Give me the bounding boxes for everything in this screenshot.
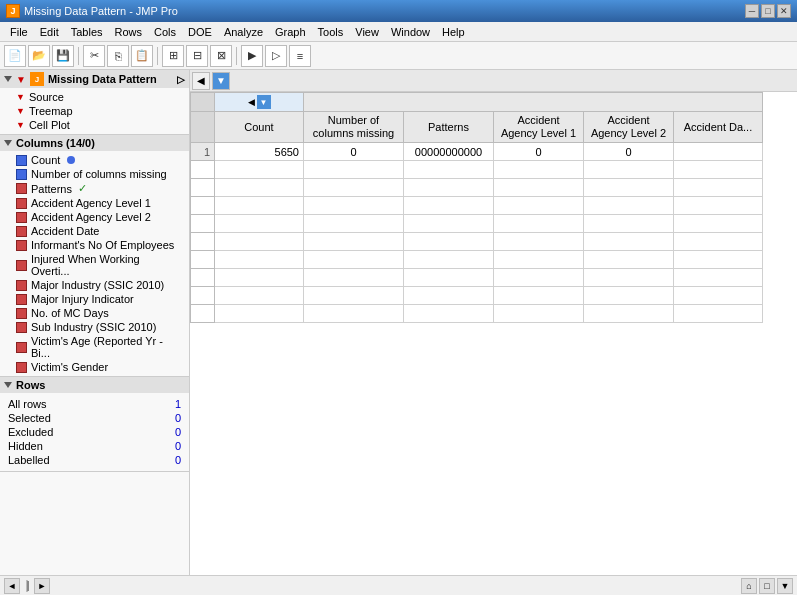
th-accident-date-label: Accident Da... xyxy=(678,121,758,134)
empty-cell xyxy=(304,287,404,305)
rows-header[interactable]: Rows xyxy=(0,377,189,393)
empty-cell xyxy=(584,197,674,215)
home-button[interactable]: ⌂ xyxy=(741,578,757,594)
cell-agency1-1[interactable]: 0 xyxy=(494,143,584,161)
columns-header[interactable]: Columns (14/0) xyxy=(0,135,189,151)
new-button[interactable]: 📄 xyxy=(4,45,26,67)
menu-doe[interactable]: DOE xyxy=(182,22,218,41)
run2-button[interactable]: ▷ xyxy=(265,45,287,67)
col-major-injury[interactable]: Major Injury Indicator xyxy=(0,292,189,306)
col-victim-age[interactable]: Victim's Age (Reported Yr - Bi... xyxy=(0,334,189,360)
col-header-filter-indicator[interactable]: ◀ ▼ xyxy=(215,93,304,112)
expand-icon[interactable]: ▷ xyxy=(177,74,185,85)
empty-cell xyxy=(494,251,584,269)
menu-graph[interactable]: Graph xyxy=(269,22,312,41)
th-num-missing-label: Number ofcolumns missing xyxy=(308,114,399,140)
separator-3 xyxy=(236,47,237,65)
grid3-button[interactable]: ⊠ xyxy=(210,45,232,67)
grid2-button[interactable]: ⊟ xyxy=(186,45,208,67)
empty-row-9 xyxy=(191,287,763,305)
close-button[interactable]: ✕ xyxy=(777,4,791,18)
th-agency2[interactable]: Accident Agency Level 2 xyxy=(584,112,674,143)
rows-labelled: Labelled 0 xyxy=(0,453,189,467)
menu-view[interactable]: View xyxy=(349,22,385,41)
col-sub-industry[interactable]: Sub Industry (SSIC 2010) xyxy=(0,320,189,334)
empty-cell xyxy=(584,233,674,251)
col-agency1[interactable]: Accident Agency Level 1 xyxy=(0,196,189,210)
prev-row-button[interactable]: ◀ xyxy=(192,72,210,90)
missing-data-header[interactable]: ▼ J Missing Data Pattern ▷ xyxy=(0,70,189,88)
th-count[interactable]: Count xyxy=(215,112,304,143)
red-bar-icon-6 xyxy=(16,260,27,271)
save-button[interactable]: 💾 xyxy=(52,45,74,67)
menu-file[interactable]: File xyxy=(4,22,34,41)
red-bar-icon-5 xyxy=(16,240,27,251)
missing-data-section: ▼ J Missing Data Pattern ▷ ▼ Source ▼ Tr… xyxy=(0,70,189,135)
menu-window[interactable]: Window xyxy=(385,22,436,41)
empty-cell xyxy=(494,179,584,197)
red-bar-icon-10 xyxy=(16,322,27,333)
copy-button[interactable]: ⎘ xyxy=(107,45,129,67)
open-button[interactable]: 📂 xyxy=(28,45,50,67)
rows-section: Rows All rows 1 Selected 0 Excluded 0 Hi… xyxy=(0,377,189,472)
columns-triangle-icon xyxy=(4,140,12,146)
col-informant[interactable]: Informant's No Of Employees xyxy=(0,238,189,252)
run-button[interactable]: ▶ xyxy=(241,45,263,67)
col-major-industry[interactable]: Major Industry (SSIC 2010) xyxy=(0,278,189,292)
menu-rows[interactable]: Rows xyxy=(109,22,149,41)
col-mc-days[interactable]: No. of MC Days xyxy=(0,306,189,320)
col-count[interactable]: Count xyxy=(0,153,189,167)
empty-cell xyxy=(494,197,584,215)
maximize-button[interactable]: □ xyxy=(761,4,775,18)
cell-plot-item[interactable]: ▼ Cell Plot xyxy=(0,118,189,132)
scroll-left-button[interactable]: ◄ xyxy=(4,578,20,594)
menu-analyze[interactable]: Analyze xyxy=(218,22,269,41)
col-injured-overtime[interactable]: Injured When Working Overti... xyxy=(0,252,189,278)
source-item[interactable]: ▼ Source xyxy=(0,90,189,104)
next-col-button[interactable]: ▼ xyxy=(212,72,230,90)
th-row-num xyxy=(191,112,215,143)
menu-edit[interactable]: Edit xyxy=(34,22,65,41)
empty-cell xyxy=(304,269,404,287)
horizontal-scrollbar[interactable] xyxy=(26,580,28,592)
window-controls[interactable]: ─ □ ✕ xyxy=(745,4,791,18)
scroll-nav: ◄ ► xyxy=(4,578,50,594)
th-accident-date[interactable]: Accident Da... xyxy=(674,112,763,143)
col-agency2[interactable]: Accident Agency Level 2 xyxy=(0,210,189,224)
th-agency1[interactable]: Accident Agency Level 1 xyxy=(494,112,584,143)
red-triangle-source: ▼ xyxy=(16,92,25,102)
th-num-missing[interactable]: Number ofcolumns missing xyxy=(304,112,404,143)
col-num-missing[interactable]: Number of columns missing xyxy=(0,167,189,181)
main-content: ▼ J Missing Data Pattern ▷ ▼ Source ▼ Tr… xyxy=(0,70,797,575)
red-bar-icon xyxy=(16,183,27,194)
menu-cols[interactable]: Cols xyxy=(148,22,182,41)
col-patterns[interactable]: Patterns ✓ xyxy=(0,181,189,196)
menu-tables[interactable]: Tables xyxy=(65,22,109,41)
scroll-right-button[interactable]: ► xyxy=(34,578,50,594)
cut-button[interactable]: ✂ xyxy=(83,45,105,67)
col-victim-gender[interactable]: Victim's Gender xyxy=(0,360,189,374)
col-victim-age-label: Victim's Age (Reported Yr - Bi... xyxy=(31,335,181,359)
col-accident-date[interactable]: Accident Date xyxy=(0,224,189,238)
spreadsheet[interactable]: ◀ ▼ Count Number ofcolumns mis xyxy=(190,92,797,575)
empty-cell xyxy=(215,161,304,179)
col-major-industry-label: Major Industry (SSIC 2010) xyxy=(31,279,164,291)
cell-accident-date-1[interactable] xyxy=(674,143,763,161)
treemap-item[interactable]: ▼ Treemap xyxy=(0,104,189,118)
menu-help[interactable]: Help xyxy=(436,22,471,41)
menu-tools[interactable]: Tools xyxy=(312,22,350,41)
view-button[interactable]: □ xyxy=(759,578,775,594)
cell-num-missing-1[interactable]: 0 xyxy=(304,143,404,161)
grid-button[interactable]: ⊞ xyxy=(162,45,184,67)
th-patterns[interactable]: Patterns xyxy=(404,112,494,143)
cell-count-1[interactable]: 5650 xyxy=(215,143,304,161)
cell-agency2-1[interactable]: 0 xyxy=(584,143,674,161)
settings-button[interactable]: ▼ xyxy=(777,578,793,594)
cell-patterns-1[interactable]: 00000000000 xyxy=(404,143,494,161)
col-informant-label: Informant's No Of Employees xyxy=(31,239,174,251)
rows-excluded: Excluded 0 xyxy=(0,425,189,439)
menu-bar: File Edit Tables Rows Cols DOE Analyze G… xyxy=(0,22,797,42)
minimize-button[interactable]: ─ xyxy=(745,4,759,18)
script-button[interactable]: ≡ xyxy=(289,45,311,67)
paste-button[interactable]: 📋 xyxy=(131,45,153,67)
